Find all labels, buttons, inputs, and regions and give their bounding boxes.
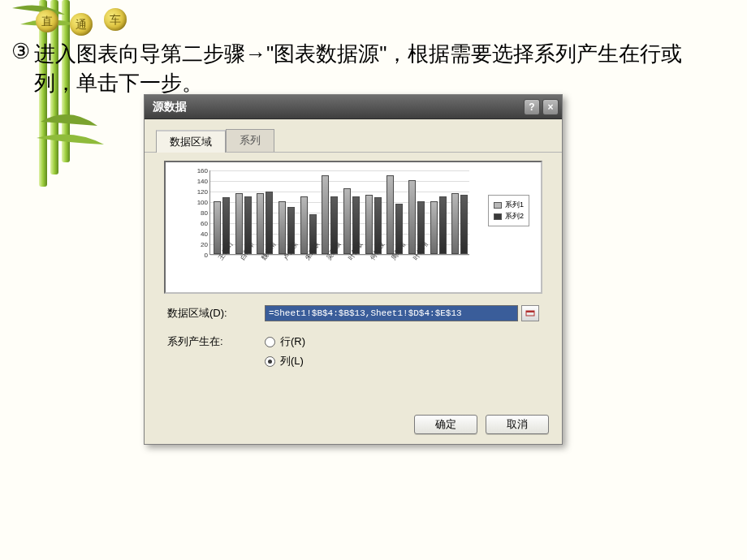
radio-col[interactable]: 列(L) [265,354,305,368]
radio-col-label: 列(L) [280,354,304,368]
bar [322,175,329,255]
series-in-label: 系列产生在: [167,334,265,349]
bamboo-decor: 直 通 车 [0,0,146,195]
svg-rect-1 [526,311,534,312]
cancel-button[interactable]: 取消 [486,415,549,434]
tab-series[interactable]: 系列 [226,129,274,152]
bar [235,193,243,254]
ok-button[interactable]: 确定 [414,415,477,434]
bar [343,188,351,254]
ytick: 160 [188,167,208,174]
bar [408,180,416,254]
range-label: 数据区域(D): [167,306,265,321]
radio-icon [265,337,275,347]
bar [214,201,221,254]
ytick: 80 [188,209,208,217]
bar [451,193,459,254]
step-instruction: 进入图表向导第二步骤→"图表数据源"，根据需要选择系列产生在行或列，单击下一步。 [34,39,723,97]
bar [257,193,264,254]
bar-group [451,193,471,254]
legend-label-s2: 系列2 [505,211,524,222]
step-number: ③ [11,39,30,64]
ytick: 120 [188,188,208,196]
help-button[interactable]: ? [524,99,540,115]
collapse-dialog-icon [525,308,535,318]
dialog-footer: 确定 取消 [414,415,549,434]
bar [439,196,447,255]
range-picker-button[interactable] [521,305,539,321]
radio-row[interactable]: 行(R) [265,334,305,349]
tab-strip: 数据区域 系列 [145,119,562,153]
bar [460,195,468,254]
chart-preview: 020406080100120140160 王俊幻白凯辛魏水南卢乡侯朱政硖吴丽颖… [164,161,542,294]
tab-data-range[interactable]: 数据区域 [156,130,226,153]
coin-3: 车 [104,8,127,31]
ytick: 40 [188,230,208,238]
source-data-dialog: 源数据 ? × 数据区域 系列 020406080100120140160 王俊… [144,94,563,445]
ytick: 140 [188,178,208,185]
coin-2: 通 [70,13,93,36]
ytick: 20 [188,241,208,248]
legend-label-s1: 系列1 [505,200,524,210]
close-button[interactable]: × [542,99,559,115]
tab-content: 020406080100120140160 王俊幻白凯辛魏水南卢乡侯朱政硖吴丽颖… [145,153,562,393]
ytick: 60 [188,220,208,227]
coin-1: 直 [36,10,58,32]
bar [279,201,286,254]
titlebar[interactable]: 源数据 ? × [145,95,562,119]
legend-swatch-s1 [494,202,502,209]
bar [386,175,394,255]
bar [300,196,308,255]
dialog-title: 源数据 [153,100,521,114]
bar [365,195,373,254]
bamboo-leaves-icon [32,106,106,154]
series-in-row: 系列产生在: 行(R) 列(L) [167,334,539,368]
range-input[interactable] [265,305,518,321]
bar-group [430,196,450,255]
legend-swatch-s2 [494,213,502,220]
range-row: 数据区域(D): [167,305,539,321]
bar [430,201,438,254]
ytick: 100 [188,199,208,206]
radio-icon [265,356,275,367]
radio-row-label: 行(R) [280,334,305,349]
chart-legend: 系列1 系列2 [488,195,529,226]
ytick: 0 [188,252,208,259]
